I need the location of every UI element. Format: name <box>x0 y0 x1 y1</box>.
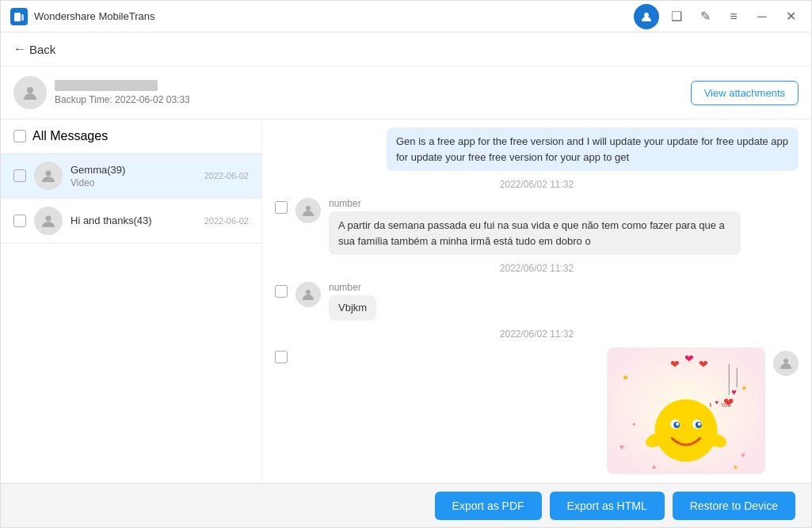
image-right: ❤ ❤ ❤ ★ ✦ ✦ <box>295 348 799 474</box>
window-menu-button[interactable]: ≡ <box>722 6 745 28</box>
back-arrow-icon: ← <box>13 42 26 56</box>
message-bubble-2: Vbjkm <box>329 295 376 321</box>
svg-point-4 <box>46 171 51 177</box>
msg-checkbox-1[interactable] <box>275 201 288 214</box>
message-row-received-1: number A partir da semana passada eu fui… <box>275 198 799 255</box>
back-label: Back <box>29 43 55 56</box>
conv-avatar-2 <box>34 207 63 235</box>
back-header: ← Back <box>1 32 811 66</box>
profile-name <box>55 80 158 91</box>
all-messages-checkbox[interactable] <box>13 130 26 142</box>
view-attachments-button[interactable]: View attachments <box>691 81 799 105</box>
conv-date-1: 2022-06-02 <box>204 171 249 180</box>
conv-checkbox-2[interactable] <box>13 215 26 227</box>
message-bubble-1: A partir da semana passada eu fui na sua… <box>329 211 741 255</box>
msg-checkbox-3[interactable] <box>275 351 288 363</box>
app-title-text: Wondershare MobileTrans <box>34 10 634 22</box>
profile-button[interactable] <box>634 4 659 29</box>
all-messages-label: All Messages <box>32 129 108 143</box>
svg-text:★: ★ <box>733 464 738 471</box>
export-pdf-button[interactable]: Export as PDF <box>435 492 542 520</box>
profile-left: Backup Time: 2022-06-02 03:33 <box>13 76 190 109</box>
msg-checkbox-2[interactable] <box>275 285 288 298</box>
message-row-received-2: number Vbjkm <box>275 282 799 321</box>
conv-avatar-1 <box>34 161 63 190</box>
msg-avatar-2 <box>295 282 321 307</box>
export-html-button[interactable]: Export as HTML <box>550 492 665 520</box>
svg-point-15 <box>655 399 718 462</box>
footer: Export as PDF Export as HTML Restore to … <box>1 483 811 527</box>
svg-point-35 <box>783 359 788 363</box>
window-minimize-button[interactable]: ─ <box>751 6 773 28</box>
left-panel: All Messages Gemma(39) Video 2022-06-02 <box>1 120 262 483</box>
message-row-sent: Gen is a free app for the free version a… <box>275 127 799 171</box>
svg-text:♥: ♥ <box>619 443 624 451</box>
svg-point-5 <box>46 216 51 222</box>
sticker-image: ❤ ❤ ❤ ★ ✦ ✦ <box>607 348 765 474</box>
list-item[interactable]: Hi and thanks(43) 2022-06-02 <box>1 199 261 244</box>
app-icon <box>10 8 28 25</box>
svg-point-21 <box>698 422 701 425</box>
conv-name-2: Hi and thanks(43) <box>71 215 196 226</box>
window-close-button[interactable]: ✕ <box>780 6 802 28</box>
svg-text:❤: ❤ <box>699 357 708 370</box>
msg-avatar-1 <box>295 198 321 223</box>
msg-content-1: number A partir da semana passada eu fui… <box>329 198 799 255</box>
title-bar: Wondershare MobileTrans ❑ ✎ ≡ ─ ✕ <box>1 1 811 32</box>
timestamp-row-3: 2022/06/02 11:32 <box>275 329 799 340</box>
svg-rect-0 <box>14 13 21 21</box>
message-bubble: Gen is a free app for the free version a… <box>387 127 799 171</box>
right-panel: Gen is a free app for the free version a… <box>262 120 811 483</box>
timestamp-row-2: 2022/06/02 11:32 <box>275 263 799 274</box>
back-button[interactable]: ← Back <box>13 42 55 56</box>
message-row-image: ❤ ❤ ❤ ★ ✦ ✦ <box>275 348 799 474</box>
svg-text:♥: ♥ <box>731 387 736 397</box>
all-messages-row: All Messages <box>1 120 261 154</box>
window-edit-button[interactable]: ✎ <box>694 6 716 28</box>
msg-sender-2: number <box>329 282 799 293</box>
conv-info-2: Hi and thanks(43) <box>71 215 196 228</box>
svg-rect-1 <box>21 14 24 21</box>
svg-text:♥: ♥ <box>741 451 745 459</box>
msg-avatar-img <box>773 351 799 376</box>
svg-point-20 <box>676 422 679 425</box>
timestamp-row: 2022/06/02 11:32 <box>275 179 799 190</box>
app-window: Wondershare MobileTrans ❑ ✎ ≡ ─ ✕ ← Back… <box>0 0 812 528</box>
profile-section: Backup Time: 2022-06-02 03:33 View attac… <box>1 66 811 120</box>
conv-info-1: Gemma(39) Video <box>71 164 196 188</box>
svg-text:♥: ♥ <box>715 399 719 406</box>
backup-time: Backup Time: 2022-06-02 03:33 <box>55 94 190 105</box>
window-controls: ❑ ✎ ≡ ─ ✕ <box>634 4 802 29</box>
msg-sender-1: number <box>329 198 799 209</box>
window-view-button[interactable]: ❑ <box>665 6 688 28</box>
svg-text:❤: ❤ <box>670 357 680 370</box>
conv-date-2: 2022-06-02 <box>204 216 249 226</box>
avatar <box>13 76 47 109</box>
svg-text:✦: ✦ <box>631 420 637 427</box>
profile-info: Backup Time: 2022-06-02 03:33 <box>55 80 190 105</box>
svg-point-3 <box>27 87 33 93</box>
restore-device-button[interactable]: Restore to Device <box>673 492 795 520</box>
conv-name-1: Gemma(39) <box>71 164 196 176</box>
conversation-list: Gemma(39) Video 2022-06-02 Hi and thanks… <box>1 154 261 483</box>
svg-text:✦: ✦ <box>741 384 747 393</box>
conv-preview-1: Video <box>71 177 196 188</box>
svg-text:★: ★ <box>622 372 629 381</box>
svg-text:★: ★ <box>651 464 657 471</box>
main-content: All Messages Gemma(39) Video 2022-06-02 <box>1 120 811 483</box>
svg-text:I: I <box>710 401 711 408</box>
svg-text:You: You <box>720 401 730 408</box>
svg-text:❤: ❤ <box>684 351 694 364</box>
list-item[interactable]: Gemma(39) Video 2022-06-02 <box>1 154 261 199</box>
msg-content-2: number Vbjkm <box>329 282 799 321</box>
svg-point-7 <box>306 290 311 294</box>
conv-checkbox-1[interactable] <box>13 169 26 182</box>
sticker-svg: ❤ ❤ ❤ ★ ✦ ✦ <box>608 348 764 473</box>
svg-point-6 <box>306 206 311 211</box>
messages-area: Gen is a free app for the free version a… <box>262 120 811 483</box>
